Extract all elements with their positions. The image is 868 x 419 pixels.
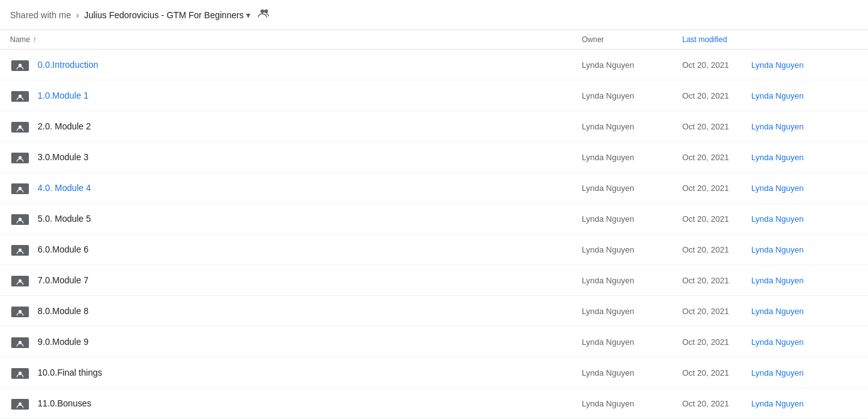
table-header: Name ↑ Owner Last modified: [0, 30, 868, 50]
file-owner: Lynda Nguyen: [582, 307, 682, 316]
file-name: 3.0.Module 3: [38, 152, 582, 162]
file-modified-by: Lynda Nguyen: [751, 60, 858, 70]
breadcrumb-current-folder: Julius Fedorovicius - GTM For Beginners: [84, 10, 244, 20]
dropdown-icon[interactable]: ▾: [246, 10, 250, 20]
file-modified-by: Lynda Nguyen: [751, 245, 858, 254]
table-row[interactable]: 10.0.Final things Lynda Nguyen Oct 20, 2…: [0, 357, 868, 388]
file-modified-date: Oct 20, 2021: [682, 245, 751, 254]
file-modified-date: Oct 20, 2021: [682, 214, 751, 224]
people-icon[interactable]: [258, 8, 271, 21]
table-row[interactable]: 5.0. Module 5 Lynda Nguyen Oct 20, 2021 …: [0, 204, 868, 234]
file-name: 8.0.Module 8: [38, 306, 582, 316]
table-row[interactable]: 0.0.Introduction Lynda Nguyen Oct 20, 20…: [0, 50, 868, 80]
file-owner: Lynda Nguyen: [582, 183, 682, 193]
folder-icon: [10, 239, 30, 259]
file-modified-date: Oct 20, 2021: [682, 276, 751, 285]
folder-icon: [10, 55, 30, 75]
file-modified-by: Lynda Nguyen: [751, 337, 858, 347]
folder-icon: [10, 178, 30, 198]
file-owner: Lynda Nguyen: [582, 214, 682, 224]
table-row[interactable]: 11.0.Bonuses Lynda Nguyen Oct 20, 2021 L…: [0, 388, 868, 419]
file-modified-date: Oct 20, 2021: [682, 60, 751, 70]
table-row[interactable]: 4.0. Module 4 Lynda Nguyen Oct 20, 2021 …: [0, 173, 868, 204]
file-modified-by: Lynda Nguyen: [751, 399, 858, 408]
folder-icon: [10, 116, 30, 136]
file-modified-by: Lynda Nguyen: [751, 153, 858, 162]
file-modified-date: Oct 20, 2021: [682, 122, 751, 131]
file-modified-date: Oct 20, 2021: [682, 91, 751, 101]
file-modified-date: Oct 20, 2021: [682, 337, 751, 347]
file-name: 4.0. Module 4: [38, 183, 582, 193]
file-modified-by: Lynda Nguyen: [751, 91, 858, 101]
folder-icon: [10, 147, 30, 167]
col-name-label[interactable]: Name: [10, 35, 30, 44]
col-owner-label: Owner: [582, 35, 682, 44]
file-owner: Lynda Nguyen: [582, 60, 682, 70]
file-name: 5.0. Module 5: [38, 214, 582, 224]
table-row[interactable]: 3.0.Module 3 Lynda Nguyen Oct 20, 2021 L…: [0, 142, 868, 173]
file-owner: Lynda Nguyen: [582, 122, 682, 131]
breadcrumb-bar: Shared with me › Julius Fedorovicius - G…: [0, 0, 868, 30]
file-modified-by: Lynda Nguyen: [751, 276, 858, 285]
file-owner: Lynda Nguyen: [582, 245, 682, 254]
table-row[interactable]: 9.0.Module 9 Lynda Nguyen Oct 20, 2021 L…: [0, 327, 868, 357]
file-modified-date: Oct 20, 2021: [682, 153, 751, 162]
table-row[interactable]: 8.0.Module 8 Lynda Nguyen Oct 20, 2021 L…: [0, 296, 868, 327]
folder-icon: [10, 393, 30, 413]
folder-icon: [10, 301, 30, 321]
breadcrumb-separator: ›: [76, 10, 79, 20]
file-owner: Lynda Nguyen: [582, 399, 682, 408]
file-name: 6.0.Module 6: [38, 244, 582, 254]
file-name: 9.0.Module 9: [38, 337, 582, 347]
file-name: 7.0.Module 7: [38, 275, 582, 285]
folder-icon: [10, 85, 30, 106]
svg-point-1: [264, 9, 268, 13]
file-name: 10.0.Final things: [38, 367, 582, 378]
sort-arrow: ↑: [33, 35, 36, 44]
file-modified-by: Lynda Nguyen: [751, 122, 858, 131]
file-name: 1.0.Module 1: [38, 90, 582, 101]
file-owner: Lynda Nguyen: [582, 153, 682, 162]
col-modified-label[interactable]: Last modified: [682, 35, 858, 44]
folder-icon: [10, 209, 30, 229]
folder-icon: [10, 332, 30, 352]
file-name: 0.0.Introduction: [38, 60, 582, 70]
table-row[interactable]: 2.0. Module 2 Lynda Nguyen Oct 20, 2021 …: [0, 111, 868, 142]
file-modified-date: Oct 20, 2021: [682, 307, 751, 316]
file-modified-date: Oct 20, 2021: [682, 368, 751, 378]
file-modified-date: Oct 20, 2021: [682, 399, 751, 408]
breadcrumb-shared-with-me[interactable]: Shared with me: [10, 10, 71, 20]
file-owner: Lynda Nguyen: [582, 368, 682, 378]
table-row[interactable]: 7.0.Module 7 Lynda Nguyen Oct 20, 2021 L…: [0, 265, 868, 296]
file-owner: Lynda Nguyen: [582, 91, 682, 101]
file-name: 11.0.Bonuses: [38, 398, 582, 408]
file-owner: Lynda Nguyen: [582, 276, 682, 285]
folder-icon: [10, 270, 30, 290]
file-modified-by: Lynda Nguyen: [751, 183, 858, 193]
file-modified-by: Lynda Nguyen: [751, 368, 858, 378]
table-row[interactable]: 1.0.Module 1 Lynda Nguyen Oct 20, 2021 L…: [0, 80, 868, 111]
folder-icon: [10, 362, 30, 383]
file-list: 0.0.Introduction Lynda Nguyen Oct 20, 20…: [0, 50, 868, 419]
file-modified-by: Lynda Nguyen: [751, 214, 858, 224]
file-owner: Lynda Nguyen: [582, 337, 682, 347]
file-modified-by: Lynda Nguyen: [751, 307, 858, 316]
file-modified-date: Oct 20, 2021: [682, 183, 751, 193]
svg-point-0: [260, 9, 264, 13]
table-row[interactable]: 6.0.Module 6 Lynda Nguyen Oct 20, 2021 L…: [0, 234, 868, 265]
file-name: 2.0. Module 2: [38, 121, 582, 131]
